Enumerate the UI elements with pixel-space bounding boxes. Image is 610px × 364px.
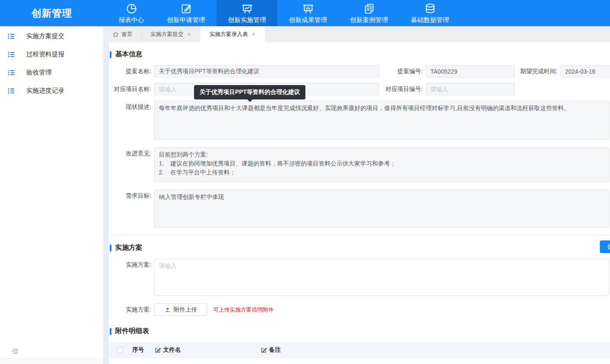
nav-item-base-data[interactable]: 基础数据管理 <box>399 0 460 26</box>
tab-plan-entry-form[interactable]: 实施方案录入表 × <box>200 26 265 42</box>
nav-item-label: 报表中心 <box>119 16 144 24</box>
expect-date-input[interactable] <box>560 65 610 77</box>
sidebar-item-plan-submit[interactable]: 实施方案提交 <box>0 27 103 45</box>
status-desc-label: 现状描述: <box>110 101 154 113</box>
header-label: 备注 <box>269 346 281 354</box>
main-area: 首页 实施方案提交 × 实施方案录入表 × 基本信息 关于优秀项目PPT等资料的… <box>104 26 610 364</box>
tab-bar: 首页 实施方案提交 × 实施方案录入表 × <box>104 26 610 42</box>
proposal-name-input[interactable] <box>154 65 379 77</box>
section-basic-info: 基本信息 <box>110 50 610 59</box>
upload-button-label: 附件上传 <box>174 306 197 314</box>
improve-label: 改进意见: <box>110 147 154 160</box>
sidebar-item-label: 实施进度记录 <box>26 87 64 95</box>
nav-item-label: 创新实施管理 <box>228 16 266 24</box>
upload-attachment-button[interactable]: 附件上传 <box>154 303 207 316</box>
section-accent-bar <box>110 51 111 58</box>
app-title: 创新管理 <box>0 0 104 26</box>
tab-plan-submit[interactable]: 实施方案提交 × <box>141 26 200 42</box>
improve-textarea[interactable]: 目前想到两个方案: 1. 建议在协同增加优秀项目、课题的资料，将不涉密的项目资料… <box>154 147 609 182</box>
form-row: 提案名称: 提案编号: 期望完成时间: <box>110 65 610 77</box>
sidebar-footer-strip <box>0 358 103 364</box>
main-nav: 报表中心 创新申请管理 创新实施管理 创新成果管理 创新案例管理 <box>104 0 460 26</box>
list-icon <box>8 69 15 76</box>
form-row: 现状描述: 每年年底评选的优秀项目和十大课题都是当年度完成情况最好、实现效果最好… <box>110 101 610 140</box>
section-title: 实施方案 <box>115 243 142 252</box>
form-row: 改进意见: 目前想到两个方案: 1. 建议在协同增加优秀项目、课题的资料，将不涉… <box>110 147 610 182</box>
nav-item-innovation-implement[interactable]: 创新实施管理 <box>216 0 277 26</box>
nav-item-innovation-apply[interactable]: 创新申请管理 <box>155 0 216 26</box>
collapse-sidebar-icon[interactable] <box>11 347 19 356</box>
sidebar-item-process-docs[interactable]: 过程资料提报 <box>0 45 103 63</box>
header-cell-note: 备注 <box>261 346 610 354</box>
upload-icon <box>164 306 171 313</box>
form-row: 实施方案: 附件上传 可上传实施方案说明附件 <box>110 303 610 316</box>
header-cell-checkbox <box>110 347 132 353</box>
tab-label: 实施方案录入表 <box>209 30 248 38</box>
nav-item-innovation-results[interactable]: 创新成果管理 <box>277 0 338 26</box>
attachment-table: 序号 文件名 备注 暂无数据 <box>110 342 610 364</box>
project-name-label: 对应项目名称: <box>110 83 154 95</box>
form-row: 需求目标: 纳入管理创新专栏中体现 <box>110 190 610 228</box>
documents-icon <box>363 3 375 15</box>
select-all-checkbox[interactable] <box>117 347 123 353</box>
pie-chart-icon <box>125 3 138 15</box>
form-row: 实施方案: <box>110 259 610 296</box>
home-icon <box>113 31 119 37</box>
section-title: 附件明细表 <box>115 327 149 336</box>
list-icon <box>8 33 15 40</box>
edit-icon <box>155 347 161 353</box>
edit-square-icon <box>180 3 192 15</box>
proposal-name-tooltip: 关于优秀项目PPT等资料的合理化建议 <box>194 85 305 99</box>
attachment-hint-text: 可上传实施方案说明附件 <box>213 303 274 316</box>
project-no-input[interactable] <box>426 83 515 95</box>
database-icon <box>424 3 436 15</box>
section-title: 基本信息 <box>115 50 142 59</box>
sidebar-item-progress-record[interactable]: 实施进度记录 <box>0 82 103 100</box>
sidebar-item-label: 过程资料提报 <box>26 50 64 58</box>
sidebar-item-label: 实施方案提交 <box>26 32 64 40</box>
project-no-label: 对应项目编号: <box>379 83 426 95</box>
section-accent-bar <box>110 245 111 251</box>
proposal-name-label: 提案名称: <box>110 65 154 77</box>
goal-label: 需求目标: <box>110 190 154 202</box>
nav-item-label: 创新成果管理 <box>289 16 327 24</box>
section-divider <box>104 235 610 236</box>
submit-button[interactable]: 提交 <box>600 240 610 253</box>
form-row: 对应项目名称: 对应项目编号: <box>110 83 610 95</box>
nav-item-label: 创新申请管理 <box>167 16 205 24</box>
proposal-no-label: 提案编号: <box>379 65 426 77</box>
header-cell-index: 序号 <box>132 346 155 354</box>
header-cell-filename: 文件名 <box>155 346 261 354</box>
plan-attach-label: 实施方案: <box>110 303 154 316</box>
page-content: 基本信息 关于优秀项目PPT等资料的合理化建议 提案名称: 提案编号: 期望完成… <box>104 42 610 364</box>
nav-item-innovation-cases[interactable]: 创新案例管理 <box>338 0 399 26</box>
section-plan: 实施方案 <box>110 243 610 252</box>
close-icon[interactable]: × <box>186 30 191 38</box>
close-icon[interactable]: × <box>251 30 256 38</box>
sidebar-menu: 实施方案提交 过程资料提报 验收管理 实施进度记录 <box>0 26 103 100</box>
list-icon <box>8 51 15 58</box>
sidebar-item-acceptance[interactable]: 验收管理 <box>0 63 103 82</box>
section-attach-table: 附件明细表 <box>110 327 610 336</box>
plan-form: 实施方案: 实施方案: 附件上传 可上传实施方案说明附件 <box>104 259 610 316</box>
header-label: 文件名 <box>163 346 181 354</box>
tab-label: 实施方案提交 <box>150 30 183 38</box>
status-desc-textarea[interactable]: 每年年底评选的优秀项目和十大课题都是当年度完成情况最好、实现效果最好的项目，值得… <box>154 101 609 140</box>
list-icon <box>8 87 15 94</box>
expect-date-label: 期望完成时间: <box>515 65 560 77</box>
presentation-bar-chart-icon <box>302 3 314 15</box>
tab-label: 首页 <box>122 30 133 38</box>
top-navbar: 创新管理 报表中心 创新申请管理 创新实施管理 创新成果管理 <box>0 0 610 26</box>
basic-info-form: 关于优秀项目PPT等资料的合理化建议 提案名称: 提案编号: 期望完成时间: 对… <box>104 65 610 228</box>
attachment-table-header: 序号 文件名 备注 <box>110 342 610 358</box>
goal-textarea[interactable]: 纳入管理创新专栏中体现 <box>154 190 609 228</box>
sidebar: 实施方案提交 过程资料提报 验收管理 实施进度记录 <box>0 26 104 364</box>
proposal-no-input[interactable] <box>426 65 515 77</box>
nav-item-report-center[interactable]: 报表中心 <box>107 0 155 26</box>
presentation-line-chart-icon <box>241 3 253 15</box>
sidebar-item-label: 验收管理 <box>26 69 52 77</box>
plan-textarea[interactable] <box>154 259 609 296</box>
tab-home[interactable]: 首页 <box>104 26 141 42</box>
section-accent-bar <box>110 328 111 335</box>
edit-icon <box>261 347 267 353</box>
